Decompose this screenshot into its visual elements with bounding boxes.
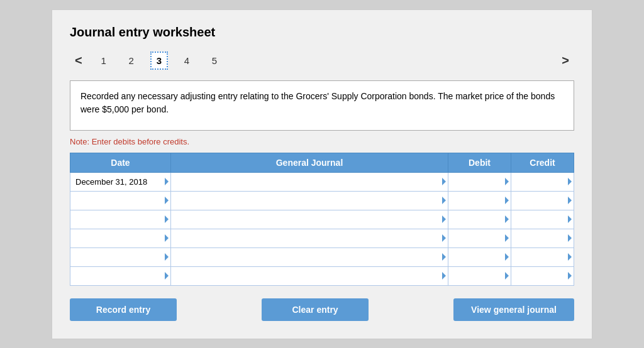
journal-cell-4[interactable] [171,247,448,266]
credit-cell-4[interactable] [511,247,574,266]
debit-cell-3[interactable] [448,229,511,247]
col-header-debit: Debit [448,153,511,172]
debit-cell-5[interactable] [448,266,511,285]
view-general-journal-button[interactable]: View general journal [453,298,574,321]
description-box: Recorded any necessary adjusting entry r… [70,80,574,131]
credit-cell-3[interactable] [511,229,574,247]
step-5[interactable]: 5 [206,53,223,68]
journal-cell-3[interactable] [171,229,448,247]
step-1[interactable]: 1 [95,53,113,68]
journal-cell-1[interactable] [171,191,448,210]
step-numbers: 12345 [95,52,223,70]
nav-row: < 12345 > [70,51,574,70]
col-header-date: Date [70,153,171,172]
date-cell-0[interactable]: December 31, 2018 [70,172,171,191]
journal-table: Date General Journal Debit Credit Decemb… [70,153,574,286]
table-row [70,266,574,285]
col-header-credit: Credit [511,153,574,172]
debit-cell-1[interactable] [448,191,511,210]
record-entry-button[interactable]: Record entry [70,298,177,321]
next-arrow[interactable]: > [557,51,574,70]
credit-cell-1[interactable] [511,191,574,210]
credit-cell-0[interactable] [511,172,574,191]
worksheet-container: Journal entry worksheet < 12345 > Record… [52,9,592,339]
table-row [70,247,574,266]
journal-cell-5[interactable] [171,266,448,285]
table-row: December 31, 2018 [70,172,574,191]
date-cell-5[interactable] [70,266,171,285]
date-cell-1[interactable] [70,191,171,210]
description-text: Recorded any necessary adjusting entry r… [80,91,555,114]
step-3[interactable]: 3 [150,52,168,70]
debit-cell-4[interactable] [448,247,511,266]
credit-cell-2[interactable] [511,210,574,229]
date-cell-2[interactable] [70,210,171,229]
debit-cell-0[interactable] [448,172,511,191]
step-2[interactable]: 2 [123,53,140,68]
table-row [70,191,574,210]
clear-entry-button[interactable]: Clear entry [262,298,369,321]
note-text: Note: Enter debits before credits. [70,137,574,146]
table-row [70,229,574,247]
date-cell-3[interactable] [70,229,171,247]
journal-cell-2[interactable] [171,210,448,229]
buttons-row: Record entry Clear entry View general jo… [70,298,574,321]
step-4[interactable]: 4 [178,53,196,68]
col-header-journal: General Journal [171,153,448,172]
journal-cell-0[interactable] [171,172,448,191]
prev-arrow[interactable]: < [70,51,87,70]
page-title: Journal entry worksheet [70,25,574,40]
date-cell-4[interactable] [70,247,171,266]
credit-cell-5[interactable] [511,266,574,285]
debit-cell-2[interactable] [448,210,511,229]
table-row [70,210,574,229]
